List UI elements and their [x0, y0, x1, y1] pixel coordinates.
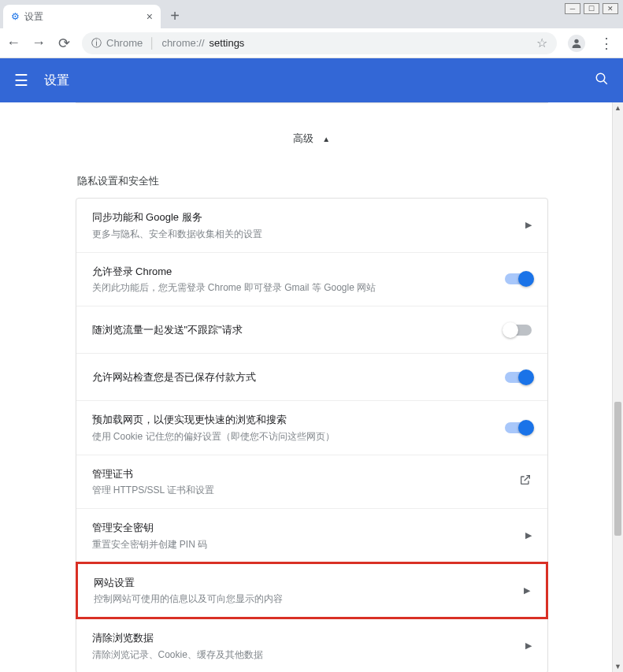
tab-strip: ⚙ 设置 × +	[0, 0, 623, 28]
row-subtitle: 更多与隐私、安全和数据收集相关的设置	[92, 227, 516, 241]
omnibox-chip: Chrome	[106, 37, 143, 49]
omnibox-url-scheme: chrome://	[161, 37, 204, 49]
tab-close-button[interactable]: ×	[146, 10, 153, 23]
row-do-not-track[interactable]: 随浏览流量一起发送"不跟踪"请求	[76, 306, 547, 353]
toggle-preload[interactable]	[505, 422, 532, 433]
site-info-icon[interactable]: ⓘ	[91, 36, 102, 50]
chevron-right-icon: ▶	[525, 220, 532, 230]
row-clear-browsing-data[interactable]: 清除浏览数据 清除浏览记录、Cookie、缓存及其他数据 ▶	[76, 618, 547, 672]
row-allow-chrome-signin[interactable]: 允许登录 Chrome 关闭此功能后，您无需登录 Chrome 即可登录 Gma…	[76, 252, 547, 306]
row-subtitle: 控制网站可使用的信息以及可向您显示的内容	[94, 592, 514, 606]
new-tab-button[interactable]: +	[164, 5, 186, 27]
gear-icon: ⚙	[11, 11, 20, 22]
scroll-up-button[interactable]: ▲	[613, 102, 623, 113]
row-subtitle: 清除浏览记录、Cookie、缓存及其他数据	[92, 648, 516, 662]
chevron-right-icon: ▶	[525, 530, 532, 540]
row-title: 管理安全密钥	[92, 520, 516, 536]
svg-point-1	[596, 73, 605, 82]
row-preload-pages[interactable]: 预加载网页，以便实现更快速的浏览和搜索 使用 Cookie 记住您的偏好设置（即…	[76, 400, 547, 455]
bookmark-star-icon[interactable]: ☆	[536, 35, 547, 50]
address-bar[interactable]: ⓘ Chrome │ chrome://settings ☆	[82, 32, 557, 54]
toggle-allow-signin[interactable]	[505, 273, 532, 284]
search-icon	[595, 72, 609, 86]
scrollbar-thumb[interactable]	[614, 402, 621, 536]
omnibox-separator: │	[149, 37, 155, 49]
row-title: 预加载网页，以便实现更快速的浏览和搜索	[92, 412, 495, 428]
settings-header: ☰ 设置	[0, 58, 623, 102]
advanced-label: 高级	[293, 132, 313, 144]
window-maximize-button[interactable]: ☐	[584, 3, 599, 14]
row-title: 网站设置	[94, 575, 514, 591]
row-title: 管理证书	[92, 466, 510, 482]
reload-button[interactable]: ⟳	[57, 35, 71, 52]
previous-card-tail	[76, 102, 548, 103]
row-title: 清除浏览数据	[92, 630, 516, 646]
chevron-right-icon: ▶	[524, 585, 530, 596]
chevron-right-icon: ▶	[525, 640, 532, 651]
page-title: 设置	[44, 72, 69, 89]
back-button[interactable]: ←	[6, 35, 20, 51]
vertical-scrollbar[interactable]: ▲ ▼	[612, 102, 623, 672]
omnibox-url-path: settings	[210, 37, 245, 49]
row-manage-security-keys[interactable]: 管理安全密钥 重置安全密钥并创建 PIN 码 ▶	[76, 508, 547, 562]
person-icon	[570, 37, 583, 50]
row-payment-method-check[interactable]: 允许网站检查您是否已保存付款方式	[76, 353, 547, 400]
toggle-do-not-track[interactable]	[505, 325, 532, 336]
row-subtitle: 管理 HTTPS/SSL 证书和设置	[92, 483, 510, 497]
settings-content-area: 高级 ▲ 隐私设置和安全性 同步功能和 Google 服务 更多与隐私、安全和数…	[0, 102, 623, 672]
row-sync-google-services[interactable]: 同步功能和 Google 服务 更多与隐私、安全和数据收集相关的设置 ▶	[76, 199, 547, 252]
row-subtitle: 重置安全密钥并创建 PIN 码	[92, 537, 516, 551]
privacy-card: 同步功能和 Google 服务 更多与隐私、安全和数据收集相关的设置 ▶ 允许登…	[76, 198, 548, 672]
svg-line-2	[603, 80, 607, 84]
advanced-section-toggle[interactable]: 高级 ▲	[76, 110, 548, 162]
browser-toolbar: ← → ⟳ ⓘ Chrome │ chrome://settings ☆ ⋮	[0, 28, 623, 58]
scroll-down-button[interactable]: ▼	[613, 661, 623, 672]
svg-point-0	[574, 39, 578, 43]
window-close-button[interactable]: ✕	[603, 3, 618, 14]
browser-tab-settings[interactable]: ⚙ 设置 ×	[3, 5, 161, 28]
row-subtitle: 使用 Cookie 记住您的偏好设置（即使您不访问这些网页）	[92, 429, 495, 444]
toggle-payment-check[interactable]	[505, 372, 532, 383]
row-title: 允许登录 Chrome	[92, 264, 495, 280]
external-link-icon	[519, 473, 532, 489]
browser-menu-button[interactable]: ⋮	[596, 35, 617, 52]
tab-title: 设置	[24, 10, 43, 24]
menu-hamburger-button[interactable]: ☰	[14, 71, 28, 90]
window-minimize-button[interactable]: ─	[565, 3, 580, 14]
row-title: 随浏览流量一起发送"不跟踪"请求	[92, 322, 495, 338]
chevron-up-icon: ▲	[322, 135, 330, 143]
row-site-settings[interactable]: 网站设置 控制网站可使用的信息以及可向您显示的内容 ▶	[76, 562, 548, 620]
row-manage-certificates[interactable]: 管理证书 管理 HTTPS/SSL 证书和设置	[76, 455, 547, 509]
forward-button[interactable]: →	[32, 35, 46, 51]
profile-avatar-button[interactable]	[568, 35, 585, 52]
row-title: 允许网站检查您是否已保存付款方式	[92, 369, 495, 385]
row-title: 同步功能和 Google 服务	[92, 210, 516, 225]
search-settings-button[interactable]	[595, 72, 609, 90]
row-subtitle: 关闭此功能后，您无需登录 Chrome 即可登录 Gmail 等 Google …	[92, 280, 495, 295]
section-title-privacy: 隐私设置和安全性	[76, 162, 548, 198]
